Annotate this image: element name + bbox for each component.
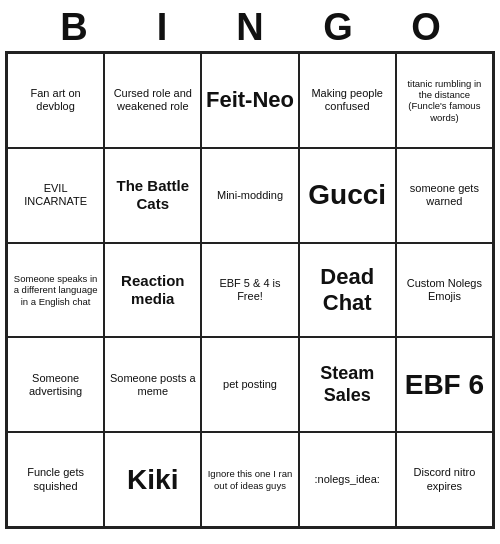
bingo-cell-19: EBF 6: [396, 337, 493, 432]
bingo-cell-13: Dead Chat: [299, 243, 396, 338]
bingo-cell-0: Fan art on devblog: [7, 53, 104, 148]
bingo-cell-23: :nolegs_idea:: [299, 432, 396, 527]
letter-o: O: [382, 6, 470, 49]
bingo-cell-9: someone gets warned: [396, 148, 493, 243]
bingo-cell-3: Making people confused: [299, 53, 396, 148]
bingo-cell-7: Mini-modding: [201, 148, 298, 243]
bingo-cell-4: titanic rumbling in the distance (Funcle…: [396, 53, 493, 148]
bingo-cell-10: Someone speaks in a different language i…: [7, 243, 104, 338]
bingo-cell-22: Ignore this one I ran out of ideas guys: [201, 432, 298, 527]
bingo-cell-18: Steam Sales: [299, 337, 396, 432]
bingo-cell-14: Custom Nolegs Emojis: [396, 243, 493, 338]
bingo-cell-12: EBF 5 & 4 is Free!: [201, 243, 298, 338]
bingo-cell-2: Feit-Neo: [201, 53, 298, 148]
bingo-cell-15: Someone advertising: [7, 337, 104, 432]
bingo-cell-17: pet posting: [201, 337, 298, 432]
bingo-grid: Fan art on devblogCursed role and weaken…: [5, 51, 495, 529]
bingo-cell-6: The Battle Cats: [104, 148, 201, 243]
bingo-cell-11: Reaction media: [104, 243, 201, 338]
bingo-cell-5: EVIL INCARNATE: [7, 148, 104, 243]
letter-i: I: [118, 6, 206, 49]
letter-b: B: [30, 6, 118, 49]
bingo-cell-8: Gucci: [299, 148, 396, 243]
letter-n: N: [206, 6, 294, 49]
bingo-cell-24: Discord nitro expires: [396, 432, 493, 527]
bingo-cell-16: Someone posts a meme: [104, 337, 201, 432]
bingo-title: B I N G O: [0, 0, 500, 51]
bingo-cell-20: Funcle gets squished: [7, 432, 104, 527]
bingo-cell-1: Cursed role and weakened role: [104, 53, 201, 148]
letter-g: G: [294, 6, 382, 49]
bingo-cell-21: Kiki: [104, 432, 201, 527]
